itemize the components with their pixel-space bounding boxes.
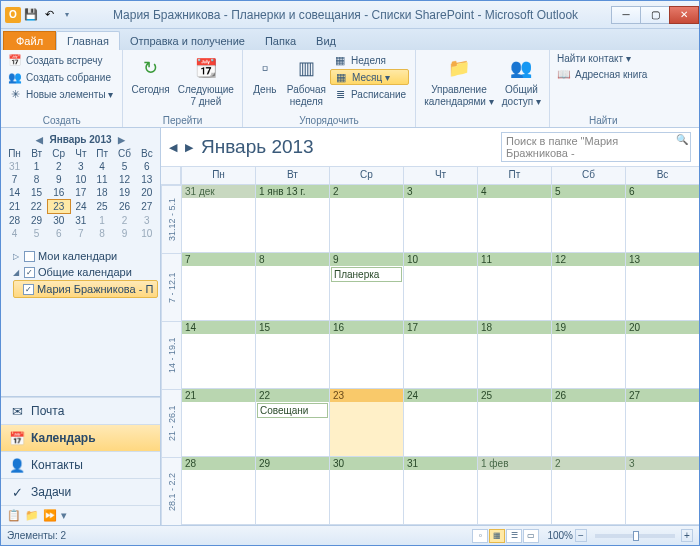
mini-day-cell[interactable]: 4 [91, 160, 112, 173]
day-body[interactable] [552, 334, 625, 388]
day-body[interactable] [552, 266, 625, 320]
mini-day-cell[interactable]: 1 [91, 214, 112, 228]
mini-day-cell[interactable]: 10 [136, 227, 157, 240]
day-body[interactable] [478, 470, 551, 524]
day-cell[interactable]: 24 [403, 389, 477, 457]
day-cell[interactable]: 17 [403, 321, 477, 389]
day-body[interactable]: Совещани [256, 402, 329, 456]
address-book-button[interactable]: 📖Адресная книга [554, 66, 650, 82]
day-body[interactable] [256, 334, 329, 388]
tab-send-receive[interactable]: Отправка и получение [120, 32, 255, 50]
day-body[interactable] [626, 266, 699, 320]
zoom-thumb[interactable] [633, 531, 639, 541]
day-body[interactable] [182, 266, 255, 320]
day-cell[interactable]: 25 [477, 389, 551, 457]
day-body[interactable] [626, 402, 699, 456]
day-body[interactable] [182, 402, 255, 456]
day-cell[interactable]: 1 фев [477, 457, 551, 525]
mini-day-cell[interactable]: 3 [70, 160, 91, 173]
mini-day-cell[interactable]: 22 [26, 200, 47, 214]
day-cell[interactable]: 14 [181, 321, 255, 389]
mini-day-cell[interactable]: 5 [113, 160, 136, 173]
day-cell[interactable]: 31 дек [181, 185, 255, 253]
day-body[interactable] [256, 198, 329, 252]
mini-cal-next[interactable]: ▶ [118, 135, 125, 145]
day-body[interactable] [330, 402, 403, 456]
day-body[interactable] [330, 334, 403, 388]
day-body[interactable] [478, 198, 551, 252]
month-view-button[interactable]: ▦Месяц ▾ [330, 69, 409, 85]
day-body[interactable] [182, 334, 255, 388]
day-view-button[interactable]: ▫День [247, 52, 283, 98]
mini-day-cell[interactable]: 7 [70, 227, 91, 240]
mini-day-cell[interactable]: 27 [136, 200, 157, 214]
mini-day-cell[interactable]: 30 [47, 214, 70, 228]
day-body[interactable] [626, 334, 699, 388]
mini-day-cell[interactable]: 2 [47, 160, 70, 173]
day-body[interactable] [330, 198, 403, 252]
nav-calendar-button[interactable]: 📅Календарь [1, 424, 160, 451]
day-cell[interactable]: 6 [625, 185, 699, 253]
checkbox-icon[interactable] [24, 251, 35, 262]
calendar-weeks[interactable]: 31 дек1 янв 13 г.23456789Планерка1011121… [181, 185, 699, 525]
day-cell[interactable]: 1 янв 13 г. [255, 185, 329, 253]
tab-home[interactable]: Главная [56, 31, 120, 51]
maximize-button[interactable]: ▢ [640, 6, 670, 24]
calendar-search-input[interactable]: Поиск в папке "Мария Бражникова - [501, 132, 691, 162]
mini-day-cell[interactable]: 31 [3, 160, 26, 173]
folder-list-icon[interactable]: 📁 [25, 509, 39, 522]
day-cell[interactable]: 20 [625, 321, 699, 389]
week-label[interactable]: 28.1 - 2.2 [161, 457, 181, 525]
day-cell[interactable]: 30 [329, 457, 403, 525]
mini-day-cell[interactable]: 8 [91, 227, 112, 240]
day-cell[interactable]: 23 [329, 389, 403, 457]
mini-day-cell[interactable]: 23 [47, 200, 70, 214]
mini-day-cell[interactable]: 28 [3, 214, 26, 228]
day-body[interactable] [330, 470, 403, 524]
day-cell[interactable]: 27 [625, 389, 699, 457]
day-cell[interactable]: 13 [625, 253, 699, 321]
day-cell[interactable]: 31 [403, 457, 477, 525]
zoom-in-button[interactable]: + [681, 529, 693, 542]
cal-next-month[interactable]: ▶ [185, 141, 193, 154]
day-body[interactable] [478, 402, 551, 456]
mini-day-cell[interactable]: 11 [91, 173, 112, 186]
week-label[interactable]: 21 - 26.1 [161, 389, 181, 457]
day-body[interactable] [404, 470, 477, 524]
find-contact-button[interactable]: Найти контакт ▾ [554, 52, 650, 65]
mini-day-cell[interactable]: 31 [70, 214, 91, 228]
qat-dropdown-icon[interactable]: ▾ [59, 7, 75, 23]
day-cell[interactable]: 22Совещани [255, 389, 329, 457]
mini-day-cell[interactable]: 19 [113, 186, 136, 200]
mini-day-cell[interactable]: 2 [113, 214, 136, 228]
day-cell[interactable]: 15 [255, 321, 329, 389]
day-body[interactable] [626, 198, 699, 252]
new-meeting-button[interactable]: 📅Создать встречу [5, 52, 116, 68]
configure-icon[interactable]: ▾ [61, 509, 67, 522]
day-cell[interactable]: 3 [625, 457, 699, 525]
mini-day-cell[interactable]: 26 [113, 200, 136, 214]
day-cell[interactable]: 9Планерка [329, 253, 403, 321]
mini-day-cell[interactable]: 9 [47, 173, 70, 186]
day-cell[interactable]: 10 [403, 253, 477, 321]
mini-day-cell[interactable]: 9 [113, 227, 136, 240]
cal-prev-month[interactable]: ◀ [169, 141, 177, 154]
day-body[interactable] [552, 470, 625, 524]
mini-day-cell[interactable]: 25 [91, 200, 112, 214]
week-label[interactable]: 14 - 19.1 [161, 321, 181, 389]
day-body[interactable] [552, 198, 625, 252]
new-gathering-button[interactable]: 👥Создать собрание [5, 69, 116, 85]
day-cell[interactable]: 26 [551, 389, 625, 457]
shortcuts-icon[interactable]: ⏩ [43, 509, 57, 522]
notes-icon[interactable]: 📋 [7, 509, 21, 522]
tree-shared-calendars[interactable]: ◢ ✓ Общие календари [3, 264, 158, 280]
nav-mail-button[interactable]: ✉Почта [1, 397, 160, 424]
view-calendar-icon[interactable]: ▦ [489, 529, 505, 543]
nav-contacts-button[interactable]: 👤Контакты [1, 451, 160, 478]
checkbox-icon[interactable]: ✓ [24, 267, 35, 278]
day-cell[interactable]: 3 [403, 185, 477, 253]
mini-day-cell[interactable]: 18 [91, 186, 112, 200]
tree-my-calendars[interactable]: ▷ Мои календари [3, 248, 158, 264]
day-body[interactable]: Планерка [330, 266, 403, 320]
day-body[interactable] [404, 198, 477, 252]
